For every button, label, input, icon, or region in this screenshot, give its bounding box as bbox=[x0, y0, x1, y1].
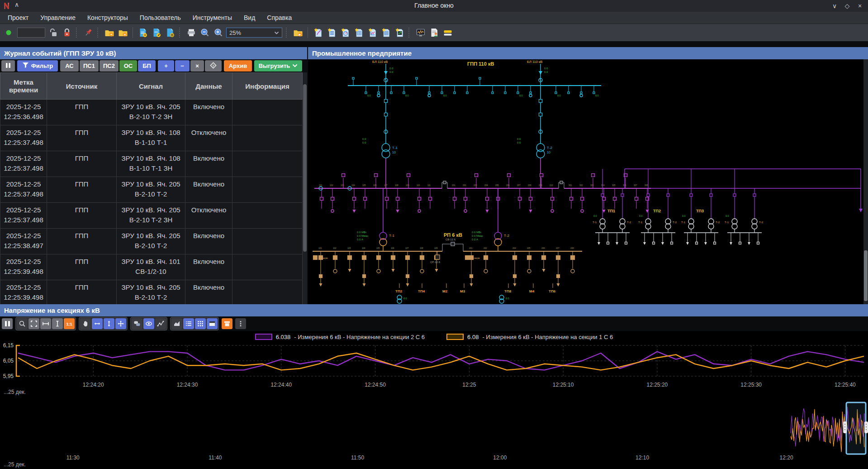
filter-button-close[interactable]: × bbox=[190, 60, 204, 72]
filter-button-filter[interactable]: Фильтр bbox=[17, 60, 58, 72]
pause-button[interactable] bbox=[2, 318, 13, 329]
folder-run-icon[interactable]: ► bbox=[292, 27, 304, 38]
unlock-icon[interactable] bbox=[47, 27, 59, 38]
screen-icon[interactable] bbox=[415, 27, 426, 38]
filter-button-ps2[interactable]: ПС2 bbox=[100, 60, 119, 72]
box-button[interactable] bbox=[222, 318, 232, 329]
table-row[interactable]: 2025-12-2512:25:37.498ГППЗРУ 10 кВ. Яч. … bbox=[0, 125, 303, 151]
event-log-scrollbar[interactable] bbox=[303, 72, 307, 304]
table-cell: Включено bbox=[185, 254, 232, 280]
report-gauge-icon[interactable] bbox=[339, 27, 351, 38]
timeline-overview-chart[interactable]: 11:3011:4011:5012:0012:1012:20...25 дек. bbox=[0, 395, 868, 469]
legend-item-2[interactable]: 6.08- Измерения 6 кВ - Напряжение на сек… bbox=[446, 334, 613, 340]
report-curve-icon[interactable] bbox=[312, 27, 323, 38]
table-row[interactable]: 2025-12-2512:25:36.498ГППЗРУ 10 кВ. Яч. … bbox=[0, 100, 303, 125]
chart-panel-header[interactable]: Напряжение на секциях 6 кВ bbox=[0, 304, 868, 316]
menu-item-view[interactable]: Вид bbox=[238, 12, 261, 23]
filter-button-acknowledge[interactable]: ? bbox=[205, 60, 222, 72]
svg-text:205: 205 bbox=[495, 184, 499, 187]
v-scale-button[interactable] bbox=[104, 318, 114, 329]
event-log-header[interactable]: Журнал событий (ГПП ЗРУ 10 кВ) bbox=[0, 47, 307, 59]
more-button[interactable] bbox=[235, 318, 246, 329]
filter-button-os[interactable]: ОС bbox=[119, 60, 137, 72]
svg-text:103: 103 bbox=[347, 247, 351, 249]
filter-button-ps1[interactable]: ПС1 bbox=[80, 60, 99, 72]
grid-button[interactable] bbox=[195, 318, 206, 329]
one-to-one-button[interactable]: 1:1 bbox=[64, 318, 75, 329]
report-chart-icon[interactable] bbox=[366, 27, 378, 38]
event-log-table[interactable]: Метка времениИсточникСигналДанныеИнформа… bbox=[0, 72, 303, 304]
panel-icon[interactable] bbox=[442, 27, 453, 38]
zoom-select[interactable]: 25% bbox=[226, 28, 282, 38]
zoom-out-icon[interactable] bbox=[199, 27, 210, 38]
report-list-icon[interactable] bbox=[326, 27, 337, 38]
column-header[interactable]: Данные bbox=[185, 72, 232, 100]
menu-item-management[interactable]: Управление bbox=[34, 12, 81, 23]
funnel-icon bbox=[22, 62, 29, 70]
filter-button-pause[interactable] bbox=[1, 60, 15, 72]
column-header[interactable]: Источник bbox=[47, 72, 117, 100]
svg-text:М3: М3 bbox=[460, 289, 465, 293]
folder-close-icon[interactable]: × bbox=[117, 27, 128, 38]
h-scale-button[interactable] bbox=[92, 318, 103, 329]
magnifier-button[interactable] bbox=[17, 318, 28, 329]
window-button[interactable] bbox=[207, 318, 218, 329]
table-row[interactable]: 2025-12-2512:25:39.498ГППЗРУ 10 кВ. Яч. … bbox=[0, 280, 303, 304]
report-table-icon[interactable] bbox=[353, 27, 364, 38]
menu-item-user[interactable]: Пользователь bbox=[134, 12, 187, 23]
legend-item-1[interactable]: 6.038- Измерения 6 кВ - Напряжение на се… bbox=[255, 334, 425, 340]
menu-item-project[interactable]: Проект bbox=[2, 12, 34, 23]
doc-settings-icon[interactable] bbox=[164, 27, 175, 38]
move-button[interactable] bbox=[115, 318, 126, 329]
print-icon[interactable] bbox=[185, 27, 197, 38]
doc-add-icon[interactable]: + bbox=[137, 27, 148, 38]
doc-edit-icon[interactable] bbox=[151, 27, 162, 38]
menu-item-tools[interactable]: Инструменты bbox=[187, 12, 238, 23]
minimize-button[interactable]: ∨ bbox=[829, 1, 840, 10]
pin-icon[interactable] bbox=[82, 27, 94, 38]
menu-item-help[interactable]: Справка bbox=[261, 12, 298, 23]
hand-button[interactable] bbox=[80, 318, 91, 329]
h-range-button[interactable] bbox=[40, 318, 51, 329]
table-cell: 2025-12-2512:25:37.498 bbox=[0, 125, 47, 151]
schematic-diagram[interactable]: ГПП 110 кВБЛ 110 кВ0.00.0БЛ 110 кВ0.00.0… bbox=[308, 59, 868, 304]
schematic-header[interactable]: Промышленное предприятие bbox=[308, 47, 868, 59]
table-row[interactable]: 2025-12-2512:25:37.498ГППЗРУ 10 кВ. Яч. … bbox=[0, 151, 303, 177]
column-header[interactable]: Метка времени bbox=[0, 72, 47, 100]
table-row[interactable]: 2025-12-2512:25:38.497ГППЗРУ 10 кВ. Яч. … bbox=[0, 229, 303, 254]
filter-button-add[interactable]: + bbox=[158, 60, 174, 72]
table-row[interactable]: 2025-12-2512:25:37.498ГППЗРУ 10 кВ. Яч. … bbox=[0, 177, 303, 203]
points-button[interactable] bbox=[155, 318, 166, 329]
voltage-line-chart[interactable]: 6,156,055,9512:24:2012:24:3012:24:4012:2… bbox=[0, 343, 868, 395]
menu-item-constructors[interactable]: Конструкторы bbox=[81, 12, 134, 23]
lock-icon[interactable] bbox=[61, 27, 72, 38]
table-row[interactable]: 2025-12-2512:25:37.498ГППЗРУ 10 кВ. Яч. … bbox=[0, 203, 303, 229]
filter-button-export[interactable]: Выгрузить bbox=[254, 60, 302, 72]
expand-button[interactable] bbox=[28, 318, 39, 329]
text-cursor-button[interactable] bbox=[52, 318, 63, 329]
table-cell bbox=[232, 151, 303, 177]
column-header[interactable]: Сигнал bbox=[117, 72, 185, 100]
report-grid-icon[interactable] bbox=[380, 27, 391, 38]
filter-button-as[interactable]: АС bbox=[60, 60, 79, 72]
folder-add-icon[interactable]: + bbox=[104, 27, 115, 38]
scrollbar-thumb[interactable] bbox=[303, 84, 307, 252]
status-icon[interactable] bbox=[4, 27, 15, 38]
report-person-icon[interactable] bbox=[428, 27, 440, 38]
zoom-in-icon[interactable] bbox=[213, 27, 224, 38]
comments-button[interactable] bbox=[132, 318, 142, 329]
name-input[interactable] bbox=[17, 28, 45, 38]
filter-button-remove[interactable]: − bbox=[175, 60, 190, 72]
svg-text:204: 204 bbox=[484, 184, 488, 187]
area-button[interactable] bbox=[171, 318, 182, 329]
maximize-button[interactable]: ◇ bbox=[842, 1, 853, 10]
filter-button-archive[interactable]: Архив bbox=[224, 60, 252, 72]
column-header[interactable]: Информация bbox=[232, 72, 303, 100]
close-button[interactable]: × bbox=[854, 1, 865, 10]
report-graph-icon[interactable] bbox=[394, 27, 405, 38]
filter-button-bp[interactable]: БП bbox=[138, 60, 156, 72]
visibility-button[interactable] bbox=[143, 318, 154, 329]
list-button[interactable] bbox=[183, 318, 194, 329]
filter-label: Архив bbox=[229, 62, 247, 69]
table-row[interactable]: 2025-12-2512:25:39.498ГППЗРУ 10 кВ. Яч. … bbox=[0, 254, 303, 280]
